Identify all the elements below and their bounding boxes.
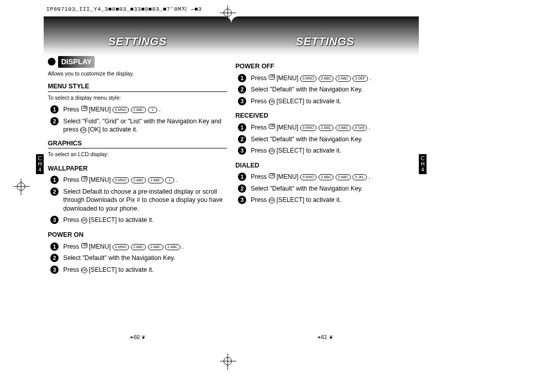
key-2: 2 ABC	[336, 174, 351, 180]
wallpaper-step-3: 3 Press OK [SELECT] to activate it.	[48, 216, 227, 224]
key-2: 2 ABC	[131, 177, 146, 183]
power-off-step-1: 1 Press [MENU] 6 MNO 2 ABC 2 ABC 3 DEF .	[235, 74, 415, 82]
key-2: 2 ABC	[131, 107, 146, 113]
ok-key-icon: OK	[80, 127, 86, 133]
power-off-heading: POWER OFF	[235, 62, 415, 71]
key-2: 2 ABC	[319, 76, 334, 82]
menu-style-step-1: 1 Press [MENU] 6 MNO 2 ABC 1 .	[48, 105, 227, 114]
power-on-step-1: 1 Press [MENU] 6 MNO 2 ABC 2 ABC 2 ABC .	[48, 242, 227, 251]
key-2: 2 ABC	[336, 76, 351, 82]
key-2: 2 ABC	[165, 244, 180, 250]
key-2: 2 ABC	[148, 244, 163, 250]
key-2: 2 ABC	[131, 244, 146, 250]
key-6: 6 MNO	[113, 244, 129, 250]
ok-key-icon: OK	[81, 267, 87, 273]
key-6: 6 MNO	[300, 76, 317, 82]
received-step-1: 1 Press [MENU] 6 MNO 2 ABC 2 ABC 4 GHI .	[235, 123, 415, 132]
ok-key-icon: OK	[81, 217, 87, 223]
wallpaper-step-1: 1 Press [MENU] 6 MNO 2 ABC 2 ABC 1 .	[48, 176, 227, 184]
dialed-heading: DIALED	[235, 161, 415, 170]
display-desc: Allows you to customize the display.	[48, 70, 227, 77]
graphics-desc: To select an LCD display:	[48, 151, 227, 158]
registration-mark-left	[17, 182, 25, 191]
key-3: 3 DEF	[353, 76, 368, 82]
soft-key-icon	[269, 124, 275, 129]
key-4: 4 GHI	[353, 125, 367, 131]
soft-key-icon	[269, 173, 275, 178]
dialed-step-1: 1 Press [MENU] 6 MNO 2 ABC 2 ABC 5 JKL .	[235, 173, 415, 181]
document-header-meta: IP897103_III_Y4_3■0■03_■33■0■03_■7'8M지 —…	[46, 5, 202, 13]
key-6: 6 MNO	[300, 125, 317, 131]
soft-key-icon	[81, 243, 87, 248]
received-step-2: 2 Select "Default" with the Navigation K…	[235, 135, 415, 143]
key-6: 6 MNO	[113, 107, 129, 113]
key-6: 6 MNO	[113, 177, 129, 183]
right-page-number: 61	[231, 334, 419, 340]
soft-key-icon	[81, 106, 87, 111]
power-off-step-2: 2 Select "Default" with the Navigation K…	[235, 85, 415, 94]
display-badge: DISPLAY	[58, 56, 95, 68]
wallpaper-step-2: 2 Select Default to choose a pre-install…	[48, 188, 227, 213]
ok-key-icon: OK	[269, 148, 275, 154]
registration-mark-top	[224, 9, 232, 17]
left-page-title: SETTINGS	[44, 35, 231, 48]
left-page-number: 60	[44, 334, 231, 340]
key-1: 1	[165, 177, 174, 183]
power-on-heading: POWER ON	[48, 231, 227, 239]
key-5: 5 JKL	[353, 174, 367, 180]
dialed-step-2: 2 Select "Default" with the Navigation K…	[235, 184, 415, 193]
registration-mark-bottom	[224, 357, 232, 365]
key-2: 2 ABC	[336, 125, 351, 131]
key-6: 6 MNO	[300, 174, 317, 180]
right-header-bar: SETTINGS	[231, 16, 419, 56]
dialed-step-3: 3 Press OK [SELECT] to activate it.	[235, 196, 415, 204]
ok-key-icon: OK	[269, 197, 275, 203]
key-2: 2 ABC	[319, 174, 334, 180]
key-2: 2 ABC	[319, 125, 334, 131]
power-on-step-3: 3 Press OK [SELECT] to activate it.	[48, 266, 227, 274]
received-step-3: 3 Press OK [SELECT] to activate it.	[235, 146, 415, 155]
wallpaper-heading: WALLPAPER	[48, 164, 227, 173]
right-content: POWER OFF 1 Press [MENU] 6 MNO 2 ABC 2 A…	[235, 56, 415, 208]
menu-style-desc: To select a display menu style:	[48, 94, 227, 101]
graphics-heading: GRAPHICS	[48, 139, 227, 149]
left-header-bar: SETTINGS	[44, 16, 231, 56]
left-page: SETTINGS CH4 DISPLAY Allows you to custo…	[44, 16, 231, 340]
menu-style-heading: MENU STYLE	[48, 82, 227, 92]
key-2: 2 ABC	[148, 177, 163, 183]
right-page-title: SETTINGS	[231, 35, 419, 48]
right-page: SETTINGS CH4 POWER OFF 1 Press [MENU] 6 …	[231, 16, 419, 340]
menu-style-step-2: 2 Select "Fold", "Grid" or "List" with t…	[48, 117, 227, 134]
soft-key-icon	[81, 176, 87, 181]
soft-key-icon	[269, 74, 275, 80]
chapter-tab-right: CH4	[419, 154, 427, 174]
left-content: DISPLAY Allows you to customize the disp…	[48, 56, 227, 277]
power-on-step-2: 2 Select "Default" with the Navigation K…	[48, 254, 227, 262]
ok-key-icon: OK	[269, 99, 275, 105]
page-spread: SETTINGS CH4 DISPLAY Allows you to custo…	[44, 16, 419, 340]
power-off-step-3: 3 Press OK [SELECT] to activate it.	[235, 97, 415, 105]
key-1: 1	[148, 107, 157, 113]
chapter-tab-left: CH4	[36, 154, 44, 174]
received-heading: RECEIVED	[235, 111, 415, 120]
